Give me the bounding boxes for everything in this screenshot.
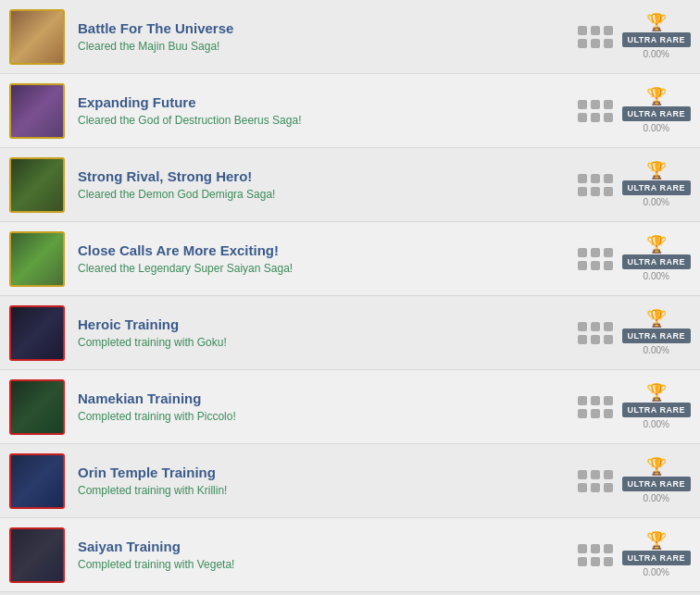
achievement-row[interactable]: Heroic Training Completed training with …	[0, 296, 700, 370]
achievement-info: Namekian Training Completed training wit…	[78, 390, 578, 423]
achievement-thumbnail	[9, 527, 65, 583]
dot	[578, 187, 587, 196]
achievement-thumbnail	[9, 83, 65, 139]
dot	[591, 470, 600, 479]
achievement-right-section: 🏆 ULTRA RARE 0.00%	[578, 458, 692, 503]
dots-grid	[578, 322, 613, 344]
achievement-title: Close Calls Are More Exciting!	[78, 242, 578, 258]
trophy-icon: 🏆	[646, 14, 667, 31]
achievement-row[interactable]: Battle For The Universe Cleared the Maji…	[0, 0, 700, 74]
dot	[604, 248, 613, 257]
dot	[591, 396, 600, 405]
achievement-info: Battle For The Universe Cleared the Maji…	[78, 20, 578, 53]
dot	[591, 174, 600, 183]
rarity-badge-container: 🏆 ULTRA RARE 0.00%	[622, 14, 692, 59]
dot	[604, 26, 613, 35]
achievement-info: Expanding Future Cleared the God of Dest…	[78, 94, 578, 127]
dot	[591, 544, 600, 553]
achievement-percentage: 0.00%	[644, 567, 669, 577]
trophy-icon: 🏆	[646, 384, 667, 401]
achievement-row[interactable]: Strong Rival, Strong Hero! Cleared the D…	[0, 148, 700, 222]
dot	[604, 174, 613, 183]
dots-grid	[578, 396, 613, 418]
achievement-thumbnail	[9, 231, 65, 287]
dot	[604, 335, 613, 344]
dot	[591, 483, 600, 492]
achievement-description: Completed training with Goku!	[78, 336, 578, 349]
achievement-description: Cleared the Majin Buu Saga!	[78, 40, 578, 53]
rarity-badge-container: 🏆 ULTRA RARE 0.00%	[622, 458, 692, 503]
dot	[604, 113, 613, 122]
achievement-row[interactable]: Close Calls Are More Exciting! Cleared t…	[0, 222, 700, 296]
dot	[591, 100, 600, 109]
achievement-row[interactable]: Saiyan Training Completed training with …	[0, 518, 700, 592]
achievement-row[interactable]: Orin Temple Training Completed training …	[0, 444, 700, 518]
dots-grid	[578, 174, 613, 196]
dot	[591, 322, 600, 331]
dot	[578, 248, 587, 257]
dot	[578, 483, 587, 492]
achievement-title: Saiyan Training	[78, 539, 578, 554]
dot	[591, 335, 600, 344]
dot	[604, 544, 613, 553]
trophy-icon: 🏆	[646, 236, 667, 253]
rarity-badge-container: 🏆 ULTRA RARE 0.00%	[622, 532, 692, 577]
achievement-row[interactable]: Namekian Training Completed training wit…	[0, 370, 700, 444]
achievement-percentage: 0.00%	[644, 197, 669, 207]
dots-grid	[578, 248, 613, 270]
ultra-rare-badge: ULTRA RARE	[622, 551, 692, 565]
achievement-right-section: 🏆 ULTRA RARE 0.00%	[578, 162, 692, 207]
achievement-info: Strong Rival, Strong Hero! Cleared the D…	[78, 168, 578, 201]
dot	[591, 248, 600, 257]
rarity-badge-container: 🏆 ULTRA RARE 0.00%	[622, 310, 692, 355]
dots-grid	[578, 544, 613, 566]
achievement-percentage: 0.00%	[644, 123, 669, 133]
rarity-badge-container: 🏆 ULTRA RARE 0.00%	[622, 384, 692, 429]
achievement-description: Cleared the Legendary Super Saiyan Saga!	[78, 262, 578, 275]
achievement-info: Orin Temple Training Completed training …	[78, 465, 578, 497]
dot	[578, 174, 587, 183]
dot	[604, 261, 613, 270]
dot	[578, 335, 587, 344]
achievement-percentage: 0.00%	[644, 419, 669, 429]
achievement-percentage: 0.00%	[644, 271, 669, 281]
dot	[604, 100, 613, 109]
achievement-percentage: 0.00%	[644, 49, 669, 59]
achievement-list: Battle For The Universe Cleared the Maji…	[0, 0, 700, 592]
achievement-thumbnail	[9, 9, 65, 65]
dot	[578, 322, 587, 331]
rarity-badge-container: 🏆 ULTRA RARE 0.00%	[622, 88, 692, 133]
achievement-right-section: 🏆 ULTRA RARE 0.00%	[578, 310, 692, 355]
dot	[604, 322, 613, 331]
trophy-icon: 🏆	[646, 458, 667, 475]
achievement-percentage: 0.00%	[644, 345, 669, 355]
dot	[604, 39, 613, 48]
dot	[604, 396, 613, 405]
dot	[578, 100, 587, 109]
achievement-thumbnail	[9, 453, 65, 509]
achievement-right-section: 🏆 ULTRA RARE 0.00%	[578, 532, 692, 577]
ultra-rare-badge: ULTRA RARE	[622, 403, 692, 417]
trophy-icon: 🏆	[646, 162, 667, 179]
dot	[604, 187, 613, 196]
achievement-title: Strong Rival, Strong Hero!	[78, 168, 578, 184]
dot	[591, 187, 600, 196]
dot	[591, 557, 600, 566]
trophy-icon: 🏆	[646, 88, 667, 105]
achievement-right-section: 🏆 ULTRA RARE 0.00%	[578, 384, 692, 429]
rarity-badge-container: 🏆 ULTRA RARE 0.00%	[622, 236, 692, 281]
achievement-thumbnail	[9, 379, 65, 435]
dots-grid	[578, 100, 613, 122]
dot	[591, 39, 600, 48]
ultra-rare-badge: ULTRA RARE	[622, 32, 692, 47]
dot	[591, 261, 600, 270]
dot	[604, 409, 613, 418]
achievement-title: Expanding Future	[78, 94, 578, 110]
dot	[578, 557, 587, 566]
achievement-row[interactable]: Expanding Future Cleared the God of Dest…	[0, 74, 700, 148]
dot	[578, 409, 587, 418]
dot	[604, 483, 613, 492]
achievement-info: Saiyan Training Completed training with …	[78, 539, 578, 571]
dot	[578, 470, 587, 479]
achievement-description: Cleared the God of Destruction Beerus Sa…	[78, 114, 578, 127]
